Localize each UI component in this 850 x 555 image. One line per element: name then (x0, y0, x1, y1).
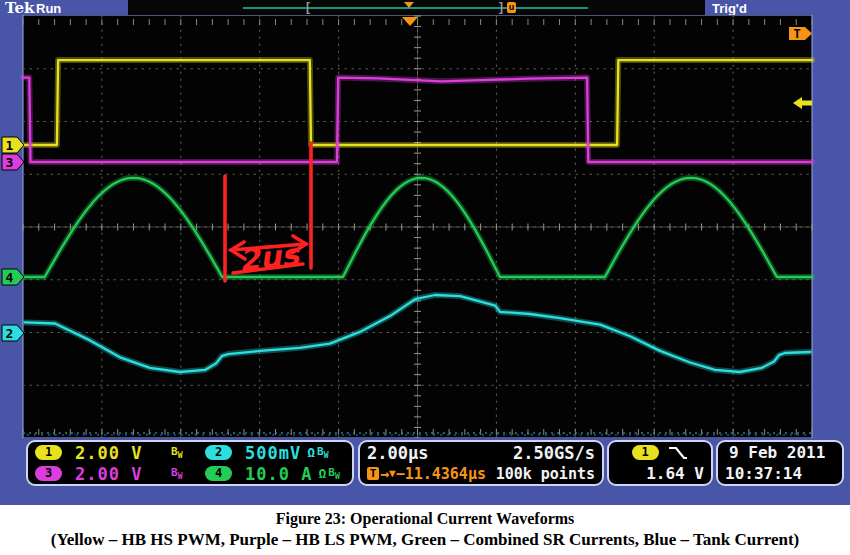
svg-text:3: 3 (6, 155, 14, 170)
delay-row: T→▼−11.4364µs 100k points (360, 463, 602, 484)
date-label: 9 Feb 2011 (729, 443, 825, 462)
time-per-div: 2.00µs (367, 443, 428, 463)
caption-title: Figure 23: Operational Current Waveforms (0, 510, 850, 528)
ch2-bandwidth-icon: BW (317, 445, 328, 460)
record-line (243, 7, 588, 9)
ch2-impedance: Ω (307, 445, 315, 460)
trigger-source-badge: 1 (632, 445, 659, 460)
ch1-scale: 2.00 V (75, 443, 157, 463)
record-position-strip: [ ] u (128, 0, 705, 16)
trigger-level-row: 1.64 V (609, 463, 711, 484)
horizontal-readouts-box: 2.00µs 2.50GS/s T→▼−11.4364µs 100k point… (358, 440, 604, 486)
datetime-box: 9 Feb 2011 10:37:14 (716, 440, 844, 486)
record-u-icon: u (507, 2, 516, 13)
sample-rate: 2.50GS/s (513, 443, 595, 463)
falling-edge-icon (667, 445, 689, 461)
ch3-scale: 2.00 V (75, 464, 157, 484)
caption-legend: (Yellow – HB HS PWM, Purple – HB LS PWM,… (0, 530, 850, 550)
trigger-status: Trig'd (712, 1, 747, 16)
ch3-badge: 3 (35, 466, 62, 481)
scope-status-bar: 1 2.00 V BW 2 500mV Ω BW 3 2.00 V BW 4 1… (0, 438, 850, 492)
trigger-delay: T→▼−11.4364µs (367, 465, 486, 483)
channel-readouts-box: 1 2.00 V BW 2 500mV Ω BW 3 2.00 V BW 4 1… (26, 440, 354, 486)
window-bracket-right-icon: ] (499, 0, 503, 15)
ch4-scale: 10.0 A (245, 464, 312, 484)
time-row: 10:37:14 (718, 463, 842, 484)
ch3-bandwidth-icon: BW (171, 466, 205, 481)
figure-caption: Figure 23: Operational Current Waveforms… (0, 505, 850, 555)
ch4-badge: 4 (205, 466, 232, 481)
channel-readout-row-2: 3 2.00 V BW 4 10.0 A Ω BW (28, 463, 352, 484)
time-label: 10:37:14 (725, 464, 802, 483)
svg-text:4: 4 (6, 270, 14, 285)
svg-text:2: 2 (6, 326, 14, 341)
date-row: 9 Feb 2011 (718, 442, 842, 463)
ch2-badge: 2 (205, 445, 232, 460)
trigger-source-row: 1 (609, 442, 711, 463)
scope-top-bar: Tek Run [ ] u Trig'd (0, 0, 850, 16)
ch4-bandwidth-icon: BW (328, 466, 339, 481)
trigger-readout-box: 1 1.64 V (607, 440, 713, 486)
ch4-impedance: Ω (318, 466, 326, 481)
annotation-2us-label: 2us (237, 237, 303, 278)
waveform-display: 1234T2us (0, 15, 850, 438)
ch1-badge: 1 (35, 445, 62, 460)
bezel-bottom-strip (0, 490, 850, 505)
trigger-record-marker-icon (404, 2, 414, 8)
record-length: 100k points (496, 465, 595, 483)
ch1-bandwidth-icon: BW (171, 445, 205, 460)
trigger-level: 1.64 V (646, 464, 704, 483)
figure-root: Tek Run [ ] u Trig'd 1234T2us 1 2.00 V B… (0, 0, 850, 555)
window-bracket-left-icon: [ (306, 0, 310, 15)
svg-text:T: T (793, 27, 800, 41)
svg-text:1: 1 (6, 138, 14, 153)
acquisition-status: Run (36, 1, 61, 16)
ch2-scale: 500mV (245, 443, 301, 463)
channel-readout-row-1: 1 2.00 V BW 2 500mV Ω BW (28, 442, 352, 463)
timebase-row: 2.00µs 2.50GS/s (360, 442, 602, 463)
trigger-t-icon: T (367, 467, 379, 480)
